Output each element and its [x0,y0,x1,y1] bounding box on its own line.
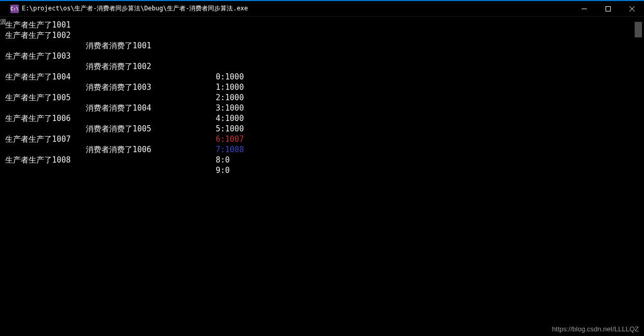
vertical-scrollbar[interactable] [635,22,642,37]
console-line: 9:0 [5,165,644,176]
buffer-text: 9:0 [216,165,230,176]
console-line: 生产者生产了1001 [5,20,644,30]
console-line: 消费者消费了1001 [5,41,644,51]
consumer-text [86,165,216,176]
consumer-text: 消费者消费了1004 [86,103,216,113]
consumer-text [86,113,216,124]
consumer-text: 消费者消费了1002 [86,61,216,72]
producer-text: 生产者生产了1002 [5,30,86,41]
console-output: 生产者生产了1001生产者生产了1002消费者消费了1001生产者生产了1003… [0,17,644,336]
consumer-text: 消费者消费了1006 [86,144,216,155]
producer-text [5,165,86,176]
maximize-button[interactable] [596,1,620,16]
close-button[interactable] [620,1,644,16]
console-line: 生产者生产了10064:1000 [5,113,644,124]
console-line: 生产者生产了10088:0 [5,155,644,165]
consumer-text [86,51,216,61]
producer-text [5,61,86,72]
consumer-text [86,30,216,41]
producer-text: 生产者生产了1006 [5,113,86,124]
producer-text: 生产者生产了1001 [5,20,86,30]
console-line: 消费者消费了1002 [5,61,644,72]
maximize-icon [606,6,611,11]
buffer-text: 1:1000 [216,82,244,92]
consumer-text [86,92,216,103]
producer-text [5,124,86,134]
window-titlebar: C:\ E:\project\os\生产者-消费者同步算法\Debug\生产者-… [0,1,644,17]
minimize-button[interactable] [572,1,596,16]
app-icon: C:\ [10,5,19,13]
window-controls [572,1,644,16]
producer-text: 生产者生产了1003 [5,51,86,61]
console-line: 生产者生产了1002 [5,30,644,41]
producer-text: 生产者生产了1008 [5,155,86,165]
buffer-text: 7:1008 [216,144,244,155]
consumer-text: 消费者消费了1001 [86,41,216,51]
console-line: 消费者消费了10067:1008 [5,144,644,155]
close-icon [629,6,635,11]
console-line: 生产者生产了10040:1000 [5,72,644,82]
console-line: 生产者生产了1003 [5,51,644,61]
buffer-text: 4:1000 [216,113,244,124]
consumer-text [86,20,216,30]
consumer-text [86,155,216,165]
consumer-text [86,72,216,82]
console-line: 生产者生产了10052:1000 [5,92,644,103]
console-line: 消费者消费了10031:1000 [5,82,644,92]
producer-text [5,144,86,155]
console-line: 生产者生产了10076:1007 [5,134,644,144]
consumer-text [86,134,216,144]
buffer-text: 5:1000 [216,124,244,134]
console-line: 消费者消费了10055:1000 [5,124,644,134]
buffer-text: 0:1000 [216,72,244,82]
console-line: 消费者消费了10043:1000 [5,103,644,113]
window-title: E:\project\os\生产者-消费者同步算法\Debug\生产者-消费者同… [22,4,572,13]
buffer-text: 6:1007 [216,134,244,144]
producer-text [5,82,86,92]
producer-text: 生产者生产了1004 [5,72,86,82]
producer-text: 生产者生产了1007 [5,134,86,144]
consumer-text: 消费者消费了1005 [86,124,216,134]
consumer-text: 消费者消费了1003 [86,82,216,92]
watermark-text: https://blog.csdn.net/LLLLQZ [552,325,639,333]
buffer-text: 2:1000 [216,92,244,103]
buffer-text: 3:1000 [216,103,244,113]
producer-text [5,41,86,51]
buffer-text: 8:0 [216,155,230,165]
producer-text [5,103,86,113]
svg-rect-1 [606,6,611,11]
minimize-icon [582,6,587,11]
producer-text: 生产者生产了1005 [5,92,86,103]
